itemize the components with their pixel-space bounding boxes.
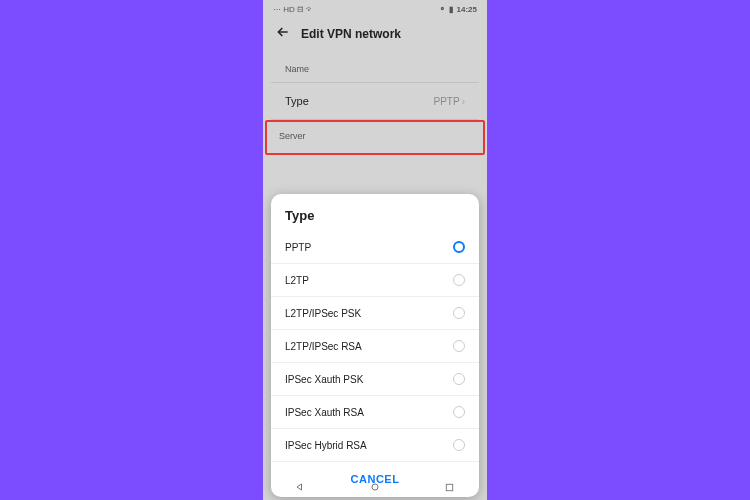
type-option-ipsec-xauth-rsa[interactable]: IPSec Xauth RSA	[271, 396, 479, 429]
radio-icon	[453, 241, 465, 253]
name-field[interactable]: Name	[271, 54, 479, 83]
option-label: L2TP	[285, 275, 309, 286]
status-right: ⚬ ▮ 14:25	[439, 5, 477, 14]
type-value-text: PPTP	[434, 96, 460, 107]
radio-icon	[453, 439, 465, 451]
option-label: PPTP	[285, 242, 311, 253]
type-option-l2tp-ipsec-psk[interactable]: L2TP/IPSec PSK	[271, 297, 479, 330]
option-label: IPSec Xauth PSK	[285, 374, 363, 385]
server-label: Server	[279, 131, 471, 141]
option-label: IPSec Hybrid RSA	[285, 440, 367, 451]
page-title: Edit VPN network	[301, 27, 401, 41]
battery-icon: ⚬ ▮	[439, 5, 452, 14]
svg-rect-1	[446, 484, 452, 490]
nav-back-icon[interactable]	[293, 480, 307, 494]
option-label: IPSec Xauth RSA	[285, 407, 364, 418]
nav-recent-icon[interactable]	[443, 480, 457, 494]
server-field-highlighted[interactable]: Server	[265, 120, 485, 155]
status-time: 14:25	[457, 5, 477, 14]
radio-icon	[453, 373, 465, 385]
back-arrow-icon[interactable]	[275, 24, 291, 44]
svg-point-0	[372, 484, 378, 490]
type-picker-modal: Type PPTP L2TP L2TP/IPSec PSK L2TP/IPSec…	[271, 194, 479, 497]
type-option-l2tp-ipsec-rsa[interactable]: L2TP/IPSec RSA	[271, 330, 479, 363]
radio-icon	[453, 340, 465, 352]
status-bar: ⋯ HD ⊟ ᯤ ⚬ ▮ 14:25	[263, 0, 487, 18]
type-option-ipsec-xauth-psk[interactable]: IPSec Xauth PSK	[271, 363, 479, 396]
name-label: Name	[285, 64, 465, 74]
type-option-pptp[interactable]: PPTP	[271, 231, 479, 264]
radio-icon	[453, 307, 465, 319]
screen-header: Edit VPN network	[263, 18, 487, 54]
status-left: ⋯ HD ⊟ ᯤ	[273, 5, 314, 14]
radio-icon	[453, 274, 465, 286]
chevron-right-icon: ›	[462, 96, 465, 107]
type-row[interactable]: Type PPTP ›	[271, 83, 479, 120]
option-label: L2TP/IPSec PSK	[285, 308, 361, 319]
phone-screen: ⋯ HD ⊟ ᯤ ⚬ ▮ 14:25 Edit VPN network Name…	[263, 0, 487, 500]
modal-title: Type	[271, 208, 479, 231]
type-option-ipsec-hybrid-rsa[interactable]: IPSec Hybrid RSA	[271, 429, 479, 462]
type-value: PPTP ›	[434, 96, 465, 107]
radio-icon	[453, 406, 465, 418]
status-indicators: ⋯ HD ⊟ ᯤ	[273, 5, 314, 14]
android-nav-bar	[263, 474, 487, 500]
option-label: L2TP/IPSec RSA	[285, 341, 362, 352]
type-option-l2tp[interactable]: L2TP	[271, 264, 479, 297]
type-label: Type	[285, 95, 309, 107]
nav-home-icon[interactable]	[368, 480, 382, 494]
